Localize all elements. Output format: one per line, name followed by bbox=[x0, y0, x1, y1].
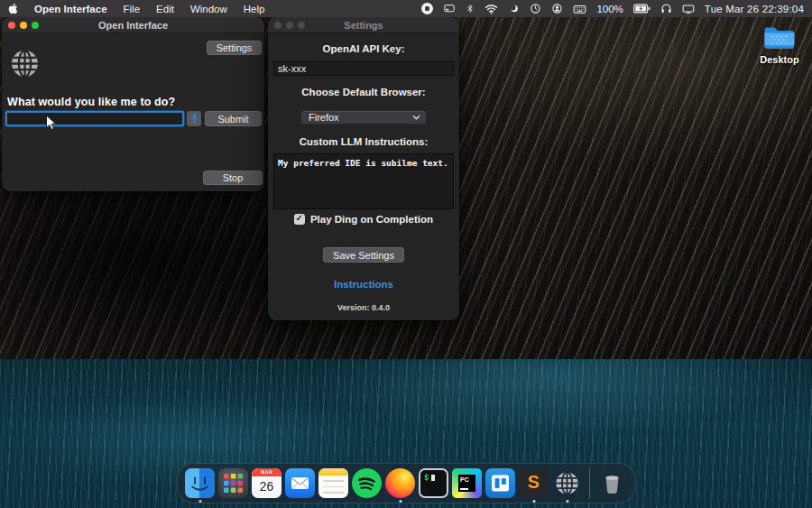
sublime-icon: S bbox=[519, 468, 549, 498]
settings-button[interactable]: Settings bbox=[207, 41, 262, 55]
dock-item-terminal[interactable]: $ bbox=[419, 468, 448, 498]
spotify-icon bbox=[352, 468, 382, 498]
stop-button[interactable]: Stop bbox=[203, 171, 263, 185]
microphone-icon bbox=[189, 113, 199, 125]
save-settings-button[interactable]: Save Settings bbox=[323, 247, 404, 263]
dock-item-open-interface[interactable] bbox=[552, 468, 582, 498]
main-window-title: Open Interface bbox=[2, 20, 264, 31]
display-mirroring-icon[interactable] bbox=[682, 4, 695, 14]
do-not-disturb-moon-icon[interactable] bbox=[508, 3, 520, 14]
globe-dock-icon bbox=[552, 468, 582, 498]
api-key-label: OpenAI API Key: bbox=[268, 43, 459, 54]
dock-item-launchpad[interactable] bbox=[218, 468, 248, 498]
dock-item-pycharm[interactable]: PC bbox=[452, 468, 482, 498]
browser-select[interactable]: Firefox bbox=[300, 110, 427, 125]
minimize-button[interactable] bbox=[286, 22, 293, 29]
dock-item-spotify[interactable] bbox=[352, 468, 382, 498]
dock-item-notes[interactable] bbox=[318, 468, 348, 498]
command-input[interactable] bbox=[5, 111, 184, 126]
dock-item-finder[interactable] bbox=[185, 468, 215, 498]
apple-icon bbox=[8, 3, 18, 14]
dock-separator bbox=[589, 467, 590, 499]
pycharm-icon: PC bbox=[452, 468, 482, 498]
browser-label: Choose Default Browser: bbox=[268, 87, 459, 97]
folder-icon bbox=[763, 24, 796, 50]
terminal-cursor bbox=[431, 475, 435, 481]
globe-app-icon bbox=[8, 47, 42, 80]
main-window-titlebar[interactable]: Open Interface bbox=[2, 17, 264, 33]
dock-item-trash[interactable] bbox=[597, 468, 627, 498]
screen-record-icon[interactable] bbox=[421, 3, 433, 14]
time-machine-icon[interactable] bbox=[530, 3, 541, 14]
firefox-icon bbox=[385, 468, 415, 498]
settings-window: Settings OpenAI API Key: Choose Default … bbox=[268, 17, 459, 320]
menu-edit[interactable]: Edit bbox=[148, 0, 182, 17]
notes-icon bbox=[318, 468, 348, 498]
close-button[interactable] bbox=[8, 22, 15, 29]
menu-help[interactable]: Help bbox=[235, 0, 273, 17]
wifi-icon[interactable] bbox=[484, 4, 498, 14]
desktop-folder[interactable]: Desktop bbox=[756, 24, 803, 65]
trello-icon bbox=[485, 468, 515, 498]
dock-item-mail[interactable] bbox=[285, 468, 315, 498]
menubar-clock[interactable]: Tue Mar 26 22:39:04 bbox=[705, 4, 804, 14]
ding-checkbox-label: Play Ding on Completion bbox=[310, 214, 433, 225]
battery-percent: 100% bbox=[596, 4, 623, 14]
prompt-label: What would you like me to do? bbox=[7, 96, 175, 108]
api-key-input[interactable] bbox=[273, 61, 454, 76]
window-manager-icon[interactable] bbox=[443, 3, 456, 14]
menu-bar: Open Interface File Edit Window Help 100… bbox=[0, 0, 812, 17]
dock: MAR 26 $ bbox=[177, 463, 635, 503]
dock-item-sublime[interactable]: S bbox=[519, 468, 549, 498]
menubar-app-name[interactable]: Open Interface bbox=[26, 0, 115, 17]
menu-file[interactable]: File bbox=[115, 0, 149, 17]
chevron-down-icon bbox=[412, 115, 420, 121]
finder-icon bbox=[185, 468, 215, 498]
desktop-screen: Open Interface File Edit Window Help 100… bbox=[0, 0, 812, 508]
open-interface-window: Open Interface Settings What would you l… bbox=[2, 17, 264, 191]
apple-menu[interactable] bbox=[0, 0, 26, 17]
menu-window[interactable]: Window bbox=[182, 0, 235, 17]
browser-select-value: Firefox bbox=[309, 112, 339, 123]
calendar-day: 26 bbox=[252, 476, 281, 496]
calendar-month: MAR bbox=[252, 468, 281, 476]
dock-item-trello[interactable] bbox=[485, 468, 515, 498]
terminal-icon: $ bbox=[419, 468, 448, 498]
close-button[interactable] bbox=[274, 22, 281, 29]
pycharm-glyph: PC bbox=[458, 475, 475, 492]
voice-input-button[interactable] bbox=[187, 111, 201, 126]
llm-instructions-label: Custom LLM Instructions: bbox=[268, 136, 459, 147]
terminal-prompt-glyph: $ bbox=[424, 473, 429, 482]
llm-instructions-textarea[interactable]: My preferred IDE is subilme text. bbox=[273, 153, 454, 209]
ding-checkbox[interactable] bbox=[294, 214, 305, 225]
minimize-button[interactable] bbox=[20, 22, 27, 29]
zoom-button[interactable] bbox=[32, 22, 39, 29]
mail-icon bbox=[285, 468, 315, 498]
dock-item-firefox[interactable] bbox=[385, 468, 415, 498]
battery-icon[interactable] bbox=[633, 4, 651, 14]
trash-icon bbox=[597, 468, 627, 498]
keyboard-icon[interactable] bbox=[573, 4, 586, 14]
submit-button[interactable]: Submit bbox=[205, 111, 262, 126]
calendar-icon: MAR 26 bbox=[252, 468, 281, 498]
headphones-icon[interactable] bbox=[660, 3, 672, 14]
version-label: Version: 0.4.0 bbox=[268, 303, 459, 312]
dock-item-calendar[interactable]: MAR 26 bbox=[252, 468, 281, 498]
instructions-link[interactable]: Instructions bbox=[268, 279, 459, 290]
desktop-folder-label: Desktop bbox=[756, 54, 803, 65]
launchpad-icon bbox=[218, 468, 248, 498]
bluetooth-icon[interactable] bbox=[466, 3, 475, 14]
settings-window-titlebar[interactable]: Settings bbox=[268, 17, 459, 33]
zoom-button[interactable] bbox=[298, 22, 305, 29]
user-account-icon[interactable] bbox=[551, 3, 563, 14]
mouse-cursor bbox=[45, 115, 57, 131]
